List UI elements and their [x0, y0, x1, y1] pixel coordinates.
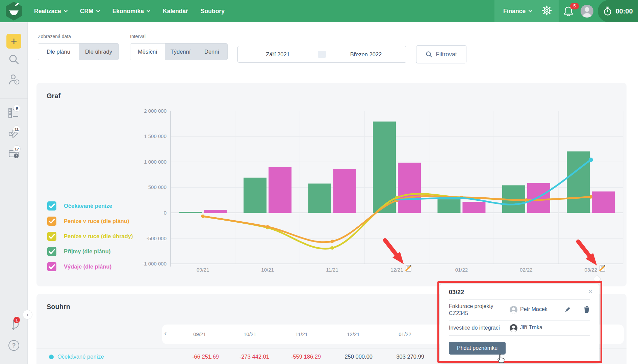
- tasks-count-badge: 11: [13, 125, 20, 133]
- note-icon[interactable]: [600, 265, 605, 271]
- table-cell: -559 186,29: [268, 354, 321, 360]
- chevron-down-icon: [96, 10, 100, 12]
- legend-item[interactable]: Příjmy (dle plánu): [47, 244, 133, 259]
- svg-text:2 000 000: 2 000 000: [144, 108, 167, 114]
- nav-item-crm[interactable]: CRM: [80, 8, 100, 15]
- add-person-icon[interactable]: [8, 74, 20, 87]
- legend-item[interactable]: Výdaje (dle plánu): [47, 259, 133, 274]
- add-button[interactable]: +: [6, 34, 21, 49]
- toggle-dle-pl-nu[interactable]: Dle plánu: [38, 44, 79, 60]
- table-row-label[interactable]: Očekávané peníze: [57, 354, 104, 360]
- help-icon[interactable]: ?: [8, 340, 19, 351]
- legend-checkbox-icon[interactable]: [47, 232, 56, 241]
- nav-item-label: Soubory: [201, 8, 225, 15]
- note-row: Investice do integracíJiří Trnka: [449, 324, 590, 332]
- chat-count-badge: 1: [14, 317, 20, 323]
- toggle-denn-[interactable]: Denní: [196, 44, 227, 60]
- author-avatar: [510, 306, 517, 314]
- table-column-header: 11/21: [281, 331, 322, 337]
- notifications-bell[interactable]: 5: [563, 5, 578, 19]
- chevron-down-icon: [147, 10, 150, 12]
- interval-toggle: MěsíčníTýdenníDenní: [130, 43, 228, 60]
- date-from[interactable]: Září 2021: [238, 51, 318, 58]
- bar-12/21[interactable]: [398, 163, 421, 213]
- nav-item-ekonomika[interactable]: Ekonomika: [112, 8, 150, 15]
- souhrn-title: Souhrn: [47, 303, 70, 311]
- svg-text:-1 000 000: -1 000 000: [142, 261, 167, 267]
- finance-chart[interactable]: 2 000 0001 500 0001 000 000500 0000-500 …: [133, 101, 630, 282]
- workspace-switcher[interactable]: Finance: [503, 8, 532, 15]
- toggle-t-denn-[interactable]: Týdenní: [165, 44, 196, 60]
- table-scroll-left[interactable]: ‹: [164, 329, 167, 338]
- table-column-header: 12/21: [333, 331, 374, 337]
- legend-label: Očekávané peníze: [64, 203, 112, 209]
- stopwatch-icon: [603, 6, 612, 16]
- finance-count-badge: 17: [13, 145, 21, 152]
- user-avatar[interactable]: [581, 5, 593, 18]
- nav-item-soubory[interactable]: Soubory: [201, 8, 225, 15]
- settings-gear-icon[interactable]: [542, 5, 552, 17]
- close-icon[interactable]: ×: [588, 287, 593, 296]
- table-cell: 303 270,99: [371, 354, 424, 360]
- timer-value: 00:00: [615, 7, 633, 15]
- table-cell: 250 000,00: [320, 354, 373, 360]
- nav-item-label: CRM: [80, 8, 94, 15]
- notes-popup: 03/22 × Fakturace projekty CZ2345Petr Ma…: [440, 284, 599, 362]
- time-tracker[interactable]: 00:00: [598, 0, 638, 22]
- delete-trash-icon[interactable]: [583, 306, 590, 314]
- search-icon[interactable]: [8, 54, 20, 66]
- legend-item[interactable]: Peníze v ruce (dle plánu): [47, 214, 133, 229]
- date-range-input[interactable]: Září 2021 – Březen 2022: [237, 46, 406, 63]
- legend-checkbox-icon[interactable]: [47, 217, 56, 226]
- bar-01/22[interactable]: [462, 202, 485, 213]
- legend-checkbox-icon[interactable]: [47, 262, 56, 271]
- note-divider: [449, 335, 590, 336]
- date-to[interactable]: Březen 2022: [326, 51, 406, 58]
- legend-item[interactable]: Peníze v ruce (dle úhrady): [47, 229, 133, 244]
- search-icon: [426, 51, 432, 58]
- toggle-dle-hrady[interactable]: Dle úhrady: [79, 44, 119, 60]
- svg-text:500 000: 500 000: [148, 184, 167, 190]
- note-text: Investice do integrací: [449, 325, 510, 332]
- top-navbar: RealizaceCRMEkonomikaKalendářSoubory Fin…: [0, 0, 638, 22]
- legend-checkbox-icon[interactable]: [47, 201, 56, 211]
- add-note-button[interactable]: Přidat poznámku: [449, 342, 506, 355]
- edit-pencil-icon[interactable]: [564, 306, 571, 314]
- legend-item[interactable]: Očekávané peníze: [47, 198, 133, 214]
- author-avatar: [510, 324, 517, 332]
- x-axis-label: 02/22: [520, 267, 533, 273]
- note-text: Fakturace projekty CZ2345: [449, 303, 510, 317]
- bar-09/21[interactable]: [204, 210, 227, 213]
- interval-label: Interval: [130, 34, 146, 39]
- legend-checkbox-icon[interactable]: [47, 247, 56, 256]
- bar-10/21[interactable]: [269, 167, 291, 213]
- legend-label: Peníze v ruce (dle plánu): [64, 218, 129, 224]
- bar-11/21[interactable]: [333, 169, 356, 213]
- legend-label: Příjmy (dle plánu): [64, 248, 110, 255]
- bar-09/21[interactable]: [179, 212, 202, 213]
- note-icon[interactable]: [406, 265, 411, 271]
- svg-text:0: 0: [164, 210, 167, 216]
- freelo-logo-icon[interactable]: [4, 1, 23, 23]
- bar-11/21[interactable]: [308, 184, 331, 213]
- bar-10/21[interactable]: [244, 178, 266, 213]
- note-divider: [449, 320, 590, 321]
- table-column-header: 01/22: [385, 331, 425, 337]
- svg-text:1 500 000: 1 500 000: [144, 133, 167, 139]
- nav-item-label: Ekonomika: [112, 8, 144, 15]
- bar-01/22[interactable]: [437, 199, 460, 213]
- sidebar-collapse-toggle[interactable]: ›: [23, 310, 32, 319]
- nav-item-kalendář[interactable]: Kalendář: [163, 8, 188, 15]
- filter-button[interactable]: Filtrovat: [416, 45, 466, 63]
- nav-item-realizace[interactable]: Realizace: [34, 8, 68, 15]
- notes-list: Fakturace projekty CZ2345Petr MacekInves…: [449, 303, 590, 336]
- bar-03/22[interactable]: [592, 191, 615, 213]
- displayed-data-toggle: Dle plánuDle úhrady: [38, 43, 119, 60]
- toggle-m-s-n-[interactable]: Měsíční: [130, 44, 165, 60]
- popup-title: 03/22: [449, 289, 590, 296]
- main-menu: RealizaceCRMEkonomikaKalendářSoubory: [34, 0, 225, 22]
- bar-03/22[interactable]: [567, 151, 590, 213]
- nav-item-label: Kalendář: [163, 8, 188, 15]
- popup-divider: [449, 299, 590, 300]
- legend-label: Peníze v ruce (dle úhrady): [64, 233, 133, 240]
